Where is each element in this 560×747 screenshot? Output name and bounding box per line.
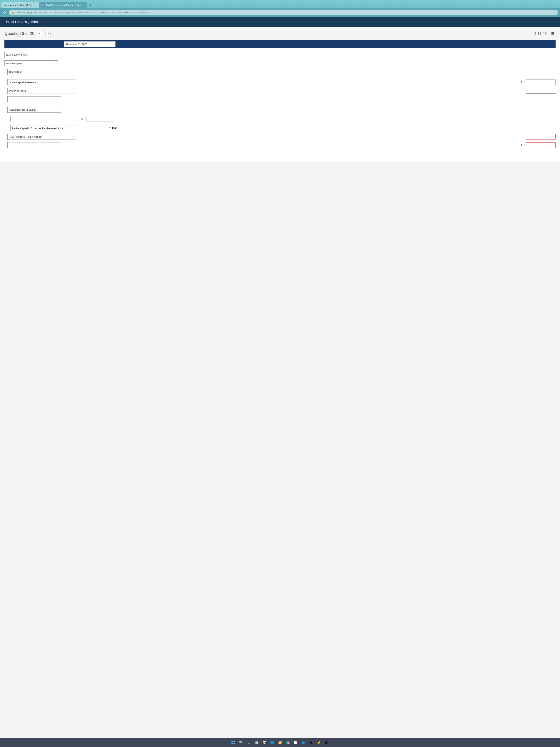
close-icon[interactable]: × bbox=[35, 3, 36, 6]
svg-rect-5 bbox=[552, 34, 554, 35]
assignment-title: Unit III Lab Assignment bbox=[4, 20, 39, 24]
chevron-down-icon: ▾ bbox=[58, 144, 59, 146]
url-domain: education.wiley.com bbox=[16, 11, 37, 14]
browser-tabs: Assessment Builder UI App × WP NWP Asses… bbox=[0, 0, 560, 8]
browser-tab-1[interactable]: WP NWP Assessment Player UI Appl × bbox=[39, 2, 87, 8]
table-header-row: December 31, 2020 bbox=[4, 40, 556, 48]
paid-in-excess-value-input[interactable] bbox=[91, 125, 118, 131]
tab-label: NWP Assessment Player UI Appl bbox=[46, 4, 81, 6]
close-icon[interactable]: × bbox=[83, 3, 84, 6]
address-bar[interactable]: 🔒 education.wiley.com/was/ui/v2/assessme… bbox=[9, 10, 558, 15]
app-header: Unit III Lab Assignment bbox=[0, 17, 560, 27]
lock-icon: 🔒 bbox=[11, 11, 14, 14]
stockholders-equity-select[interactable]: Stockholders' Equity ▾ bbox=[4, 52, 58, 58]
blank-select-2[interactable]: ▾ bbox=[7, 142, 61, 148]
preferred-stock-value-input[interactable] bbox=[526, 88, 556, 94]
blank-select-1[interactable]: ▾ bbox=[7, 96, 61, 102]
chevron-down-icon: ▾ bbox=[58, 98, 59, 100]
chevron-down-icon: ▾ bbox=[58, 109, 59, 111]
chevron-down-icon: ▾ bbox=[56, 62, 56, 65]
dollar-sign: $ bbox=[521, 144, 524, 147]
question-content: December 31, 2020 Stockholders' Equity ▾… bbox=[0, 40, 560, 162]
url-path: /was/ui/v2/assessment-player/index.html?… bbox=[39, 11, 150, 14]
dropdown-value: Total Additional Paid-in Capital bbox=[9, 135, 42, 138]
dropdown-value: Additional Paid-in Capital bbox=[9, 108, 36, 111]
grand-total-value-input[interactable] bbox=[526, 143, 556, 148]
dollar-sign: $ bbox=[521, 81, 524, 84]
svg-point-0 bbox=[551, 32, 552, 33]
total-additional-select[interactable]: Total Additional Paid-in Capital ▾ bbox=[7, 134, 76, 140]
share-capital-value-input[interactable] bbox=[526, 79, 556, 85]
paid-in-excess-preferred-input[interactable] bbox=[10, 125, 79, 131]
question-score: 2.37 / 5 bbox=[534, 31, 547, 36]
total-additional-value-input[interactable] bbox=[526, 134, 556, 139]
dropdown-value: Paid-in Capital bbox=[6, 62, 22, 65]
dropdown-value: Capital Stock bbox=[9, 71, 23, 73]
browser-toolbar: ⟳ 🔒 education.wiley.com/was/ui/v2/assess… bbox=[0, 8, 560, 17]
svg-rect-1 bbox=[552, 32, 554, 33]
question-title: Question 3 of 20 bbox=[4, 31, 34, 36]
capital-stock-select[interactable]: Capital Stock ▾ bbox=[7, 69, 61, 75]
subtotal-value-input[interactable] bbox=[526, 97, 556, 102]
chevron-down-icon: ▾ bbox=[73, 136, 74, 138]
svg-point-2 bbox=[551, 33, 552, 34]
question-bar: Question 3 of 20 < > 2.37 / 5 bbox=[0, 27, 560, 40]
additional-row1-value-input[interactable] bbox=[86, 116, 114, 122]
browser-chrome: Assessment Builder UI App × WP NWP Asses… bbox=[0, 0, 560, 17]
tab-label: Assessment Builder UI App bbox=[4, 4, 33, 6]
reload-button[interactable]: ⟳ bbox=[2, 10, 7, 15]
prev-question-button[interactable]: < bbox=[37, 31, 43, 36]
next-question-button[interactable]: > bbox=[45, 31, 51, 36]
chevron-down-icon: ▾ bbox=[58, 71, 59, 73]
share-capital-preference-input[interactable] bbox=[7, 79, 76, 85]
browser-tab-0[interactable]: Assessment Builder UI App × bbox=[1, 2, 39, 8]
date-select[interactable]: December 31, 2020 bbox=[64, 41, 115, 47]
question-list-icon[interactable] bbox=[550, 31, 556, 36]
additional-paid-in-select[interactable]: Additional Paid-in Capital ▾ bbox=[7, 107, 61, 113]
svg-rect-3 bbox=[552, 33, 554, 34]
additional-row1-label-input[interactable] bbox=[10, 116, 79, 122]
chevron-down-icon: ▾ bbox=[56, 54, 56, 56]
new-tab-button[interactable]: + bbox=[87, 1, 94, 8]
svg-point-4 bbox=[551, 34, 552, 35]
dollar-sign: $ bbox=[81, 118, 84, 121]
paid-in-capital-select[interactable]: Paid-in Capital ▾ bbox=[4, 60, 58, 66]
balance-sheet-form: Stockholders' Equity ▾ Paid-in Capital ▾… bbox=[4, 48, 556, 155]
preferred-stock-input[interactable] bbox=[7, 88, 76, 94]
dropdown-value: Stockholders' Equity bbox=[6, 54, 28, 56]
tab-favicon: WP bbox=[42, 3, 45, 6]
